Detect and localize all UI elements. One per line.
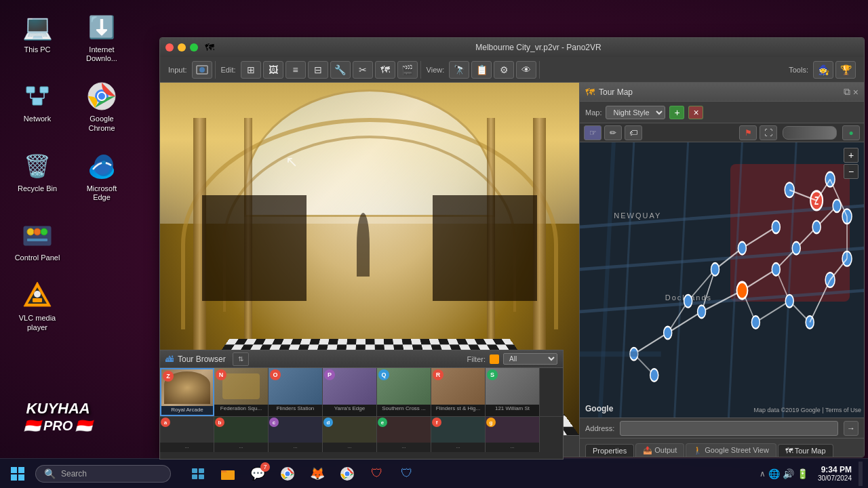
edit-btn-3[interactable]: ≡ (285, 61, 306, 79)
thumb-d[interactable]: ... d (323, 417, 377, 452)
battery-icon: 🔋 (797, 468, 808, 479)
desktop-icon-this-pc[interactable]: 💻 This PC (7, 7, 68, 67)
taskbar-search[interactable]: 🔍 Search (35, 465, 171, 483)
svg-rect-83 (11, 474, 17, 481)
svg-line-27 (580, 248, 864, 269)
desktop-icon-vlc[interactable]: VLC mediaplayer (7, 275, 68, 336)
tab-street-view[interactable]: 🚶 Google Street View (686, 443, 776, 457)
taskbar-security-btn[interactable]: 🛡 (363, 461, 391, 487)
edit-btn-6[interactable]: ✂ (353, 61, 373, 79)
desktop-icon-google-chrome[interactable]: GoogleChrome (71, 76, 132, 136)
edit-btn-5[interactable]: 🔧 (330, 61, 351, 79)
thumb-c[interactable]: ... c (269, 417, 323, 452)
edit-btn-7[interactable]: 🗺 (375, 61, 395, 79)
edit-btn-4[interactable]: ⊟ (308, 61, 328, 79)
google-map[interactable]: NEWQUAY Docklands (580, 142, 864, 418)
map-hand-btn[interactable]: ☞ (584, 125, 601, 140)
svg-line-33 (634, 333, 668, 354)
svg-rect-82 (18, 467, 24, 473)
start-button[interactable] (5, 462, 30, 486)
thumb-southern-cross[interactable]: Southern Cross ... Q (377, 368, 431, 416)
edit-btn-1[interactable]: ⊞ (241, 61, 261, 79)
map-delete-button[interactable]: × (688, 106, 703, 119)
tour-browser-sort-btn[interactable]: ⇅ (233, 352, 249, 366)
thumb-badge-z: Z (163, 371, 174, 382)
thumb-121-william[interactable]: 121 William St S (486, 368, 540, 416)
google-branding: Google (585, 404, 613, 413)
filter-select[interactable]: All (503, 353, 557, 365)
svg-point-52 (698, 305, 706, 318)
tab-properties[interactable]: Properties (585, 444, 634, 457)
taskbar-right: ∧ 🌐 🔊 🔋 9:34 PM 30/07/2024 (760, 462, 863, 486)
desktop-icon-microsoft-edge[interactable]: MicrosoftEdge (71, 146, 132, 206)
map-tag-btn[interactable]: 🏷 (625, 125, 642, 140)
map-add-button[interactable]: + (669, 106, 684, 119)
view-btn-1[interactable]: 🔭 (449, 61, 469, 79)
edit-btn-8[interactable]: 🎬 (397, 61, 418, 79)
taskbar-widgets-btn[interactable] (184, 461, 212, 487)
thumb-a[interactable]: ... a (160, 417, 214, 452)
svg-point-56 (812, 221, 821, 234)
svg-point-60 (772, 221, 780, 234)
map-opacity-slider[interactable] (783, 126, 837, 140)
map-refresh-btn[interactable]: ● (842, 125, 860, 140)
close-button[interactable] (165, 43, 174, 52)
desktop-icon-internet-download[interactable]: ⬇️ InternetDownlo... (71, 7, 132, 67)
tour-map-restore[interactable]: ⧉ (844, 86, 850, 98)
toolbar-view-section: View: 🔭 📋 ⚙ 👁 (424, 61, 540, 79)
maximize-button[interactable] (190, 43, 198, 52)
thumb-royal-arcade[interactable]: Royal Arcade Z (160, 368, 214, 416)
desktop-icon-network[interactable]: Network (7, 76, 68, 136)
view-btn-2[interactable]: 📋 (471, 61, 492, 79)
edit-btn-2[interactable]: 🖼 (263, 61, 283, 79)
thumb-g[interactable]: ... g (486, 417, 540, 452)
tour-map-close[interactable]: × (853, 86, 859, 98)
tray-expand-btn[interactable]: ∧ (760, 469, 766, 479)
minimize-button[interactable] (178, 43, 186, 52)
desktop-icon-control-panel[interactable]: Control Panel (7, 215, 68, 266)
map-style-dropdown[interactable]: Night Style (606, 106, 665, 119)
address-input[interactable] (620, 421, 838, 436)
tour-map-header: 🗺 Tour Map ⧉ × (580, 83, 864, 102)
desktop-icon-recycle-bin[interactable]: 🗑️ Recycle Bin (7, 146, 68, 206)
svg-point-95 (345, 471, 350, 476)
volume-icon[interactable]: 🔊 (783, 468, 794, 479)
app-title-icon: 🗺 (205, 42, 214, 53)
taskbar-whatsapp-btn[interactable]: 7 💬 (244, 461, 271, 487)
view-btn-4[interactable]: 👁 (516, 61, 536, 79)
taskbar-files-btn[interactable] (214, 461, 241, 487)
svg-rect-0 (26, 87, 35, 93)
map-flag-btn[interactable]: ⚑ (739, 125, 757, 140)
thumb-f[interactable]: ... f (431, 417, 486, 452)
taskbar-chrome-btn[interactable] (274, 461, 301, 487)
tools-btn-1[interactable]: 🧙 (813, 61, 833, 79)
svg-point-25 (199, 67, 205, 73)
address-go-button[interactable]: → (844, 421, 859, 436)
thumb-federation-sq[interactable]: Federation Squ... N (214, 368, 269, 416)
right-panel: 🗺 Tour Map ⧉ × Map: Night Style + × ☞ ✏ (579, 83, 864, 457)
input-button[interactable] (192, 61, 212, 79)
map-zoom-out[interactable]: − (844, 164, 859, 179)
thumb-b[interactable]: ... b (214, 417, 269, 452)
svg-point-51 (664, 327, 672, 340)
flag-icon-right: 🇮🇩 (75, 418, 92, 434)
thumb-e[interactable]: ... e (377, 417, 431, 452)
tools-btn-2[interactable]: 🏆 (835, 61, 856, 79)
taskbar-chrome2-btn[interactable] (334, 461, 361, 487)
svg-point-53 (736, 282, 747, 299)
title-bar: 🗺 Melbourne City_vr.p2vr - Pano2VR (160, 38, 864, 57)
thumb-yarras-edge[interactable]: Yarra's Edge P (323, 368, 377, 416)
taskbar-firefox-btn[interactable]: 🦊 (304, 461, 331, 487)
thumb-flinders-hig[interactable]: Flinders st & Hig... R (431, 368, 486, 416)
thumb-flinders-station[interactable]: Flinders Station O (269, 368, 323, 416)
svg-rect-85 (192, 468, 197, 473)
view-btn-3[interactable]: ⚙ (494, 61, 514, 79)
taskbar-clock[interactable]: 9:34 PM 30/07/2024 (818, 465, 852, 482)
tab-output[interactable]: 📤 Output (635, 443, 684, 457)
show-desktop-btn[interactable] (859, 462, 863, 486)
tab-tour-map[interactable]: 🗺 Tour Map (778, 444, 833, 457)
map-zoom-in[interactable]: + (844, 148, 859, 163)
map-edit-btn[interactable]: ✏ (604, 125, 622, 140)
taskbar-shield-btn[interactable]: 🛡 (393, 461, 420, 487)
map-expand-btn[interactable]: ⛶ (760, 125, 777, 140)
